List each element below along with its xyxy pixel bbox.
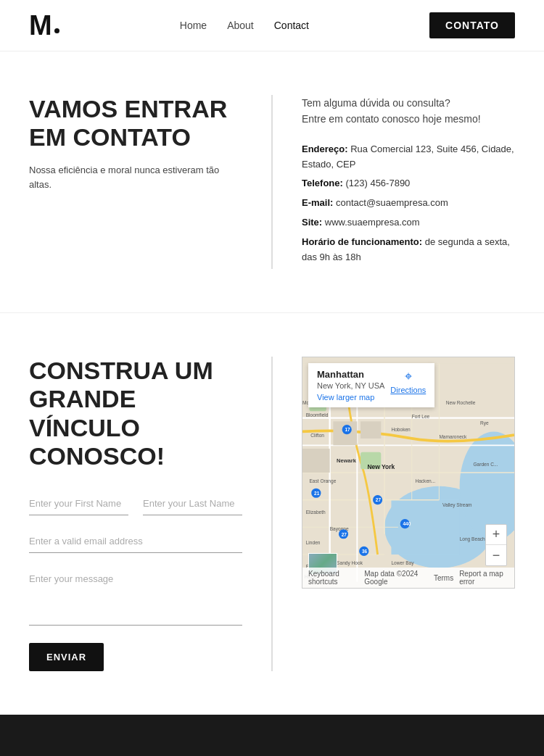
svg-text:Elizabeth: Elizabeth xyxy=(306,510,326,515)
map-terms: Terms xyxy=(434,574,453,582)
svg-text:Fort Lee: Fort Lee xyxy=(412,414,430,419)
map-pin-icon: ⌖ xyxy=(405,369,412,384)
svg-text:Bloomfield: Bloomfield xyxy=(306,412,329,418)
svg-text:Sandy Hook: Sandy Hook xyxy=(337,561,363,567)
contact-intro: Tem alguma dúvida ou consulta? Entre em … xyxy=(302,95,515,128)
section1-left: VAMOS ENTRAR EM CONTATO Nossa eficiência… xyxy=(29,95,273,269)
map-location-sub: New York, NY USA xyxy=(317,381,384,390)
contact-hours: Horário de funcionamento: de segunda a s… xyxy=(302,235,515,265)
svg-text:New York: New York xyxy=(367,464,395,471)
footer-logo: M xyxy=(29,751,515,756)
contato-button[interactable]: CONTATO xyxy=(429,12,515,38)
svg-text:Hoboken: Hoboken xyxy=(391,428,411,433)
contact-address: Endereço: Rua Comercial 123, Suite 456, … xyxy=(302,142,515,173)
section1-title: VAMOS ENTRAR EM CONTATO xyxy=(29,95,242,151)
svg-text:Lower Bay: Lower Bay xyxy=(391,561,414,567)
map-report: Report a map error xyxy=(459,570,508,586)
section2-right: Clifton Newark New York East Orange Eliz… xyxy=(273,357,515,670)
nav-link-home[interactable]: Home xyxy=(180,20,207,31)
svg-rect-19 xyxy=(360,422,381,439)
map-container[interactable]: Clifton Newark New York East Orange Eliz… xyxy=(302,357,515,589)
map-footer: Keyboard shortcuts Map data ©2024 Google… xyxy=(302,568,514,588)
submit-button[interactable]: ENVIAR xyxy=(29,643,104,671)
map-keyboard-shortcuts: Keyboard shortcuts xyxy=(308,570,358,586)
svg-text:New Rochelle: New Rochelle xyxy=(446,400,476,405)
svg-text:440: 440 xyxy=(403,522,411,527)
form-name-row xyxy=(29,492,242,515)
map-popup: Manhattan New York, NY USA View larger m… xyxy=(308,363,434,407)
last-name-input[interactable] xyxy=(143,492,242,515)
svg-text:Long Beach: Long Beach xyxy=(460,537,485,543)
section-contact-info: VAMOS ENTRAR EM CONTATO Nossa eficiência… xyxy=(0,51,544,313)
contact-email: E-mail: contact@suaempresa.com xyxy=(302,196,515,211)
logo-letter: M xyxy=(29,12,52,39)
svg-text:Linden: Linden xyxy=(306,540,321,545)
map-controls: + − xyxy=(485,524,507,566)
view-larger-map-link[interactable]: View larger map xyxy=(317,393,384,402)
svg-rect-18 xyxy=(302,449,330,473)
logo: M xyxy=(29,12,59,39)
svg-text:Garden C...: Garden C... xyxy=(473,462,498,467)
logo-dot xyxy=(54,28,59,33)
directions-link[interactable]: Directions xyxy=(390,386,426,394)
svg-text:Mamaroneck: Mamaroneck xyxy=(439,434,467,439)
svg-rect-3 xyxy=(391,500,459,554)
section1-right: Tem alguma dúvida ou consulta? Entre em … xyxy=(273,95,515,269)
svg-text:17: 17 xyxy=(345,428,350,433)
section2-title: CONSTRUA UM GRANDE VÍNCULO CONOSCO! xyxy=(29,357,242,470)
nav-links: Home About Contact xyxy=(180,20,309,31)
map-zoom-in-button[interactable]: + xyxy=(486,525,506,545)
email-input[interactable] xyxy=(29,530,242,553)
footer: M ENDEREÇO Rua Comercial 123, Suite 456,… xyxy=(0,715,544,756)
contact-form: ENVIAR xyxy=(29,492,242,671)
svg-text:27: 27 xyxy=(342,532,347,537)
svg-text:Clifton: Clifton xyxy=(310,433,324,438)
svg-text:36: 36 xyxy=(362,549,368,554)
navbar: M Home About Contact CONTATO xyxy=(0,0,544,51)
map-zoom-out-button[interactable]: − xyxy=(486,545,506,565)
nav-link-contact[interactable]: Contact xyxy=(274,20,309,31)
map-location-name: Manhattan xyxy=(317,369,384,380)
svg-text:21: 21 xyxy=(314,491,320,496)
map-data-credit: Map data ©2024 Google xyxy=(364,570,428,586)
section2-left: CONSTRUA UM GRANDE VÍNCULO CONOSCO! ENVI… xyxy=(29,357,273,670)
footer-logo-letter: M xyxy=(29,751,51,756)
section-contact-form: CONSTRUA UM GRANDE VÍNCULO CONOSCO! ENVI… xyxy=(0,313,544,714)
svg-text:Valley Stream: Valley Stream xyxy=(442,502,472,508)
first-name-input[interactable] xyxy=(29,492,128,515)
contact-site: Site: www.suaempresa.com xyxy=(302,215,515,230)
svg-text:Rye: Rye xyxy=(480,420,489,426)
svg-text:East Orange: East Orange xyxy=(309,478,336,484)
svg-text:27: 27 xyxy=(376,498,382,503)
svg-text:Hacken...: Hacken... xyxy=(415,478,435,483)
svg-text:Newark: Newark xyxy=(337,457,357,464)
message-input[interactable] xyxy=(29,568,242,626)
contact-phone: Telefone: (123) 456-7890 xyxy=(302,176,515,191)
nav-link-about[interactable]: About xyxy=(227,20,254,31)
section1-subtitle: Nossa eficiência e moral nunca estiveram… xyxy=(29,163,242,191)
